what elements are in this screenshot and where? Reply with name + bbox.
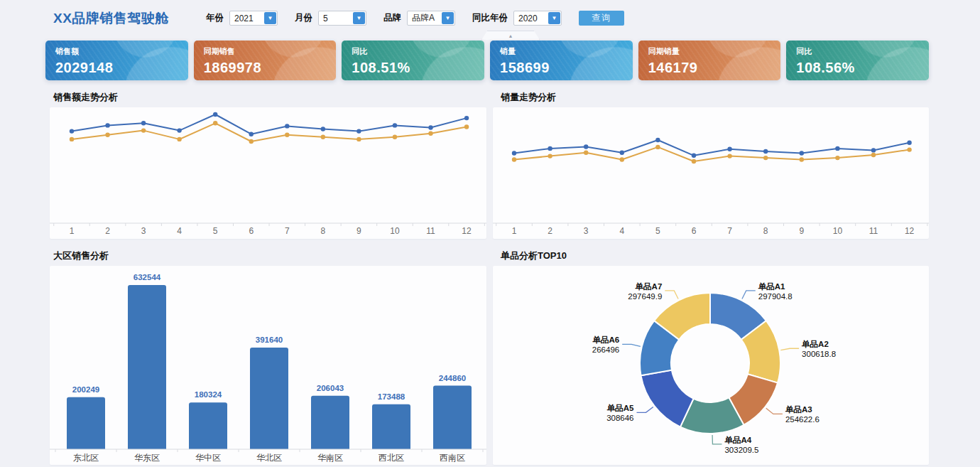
year-select-value: 2021 [234,14,254,23]
kpi-label: 销售额 [55,46,188,57]
filter-brand: 品牌 品牌A ▼ [383,11,455,26]
data-point[interactable] [141,128,146,132]
chevron-down-icon[interactable]: ▼ [442,12,454,24]
bar[interactable] [372,404,410,449]
data-point[interactable] [835,156,839,160]
bar-value-label: 244860 [439,374,466,382]
data-point[interactable] [356,129,361,133]
data-point[interactable] [512,157,516,161]
data-point[interactable] [356,137,361,141]
data-point[interactable] [249,139,254,144]
data-point[interactable] [584,151,588,155]
filter-collapse-handle[interactable]: ▲ [481,31,540,40]
kpi-value: 146179 [648,60,781,76]
query-button[interactable]: 查询 [579,11,624,26]
kpi-value: 108.51% [352,60,484,76]
x-axis-label: 7 [727,226,732,236]
x-axis-label: 9 [356,226,361,236]
data-point[interactable] [285,133,289,137]
month-select[interactable]: 5 ▼ [318,11,366,26]
data-point[interactable] [105,123,109,127]
kpi-card-volume-yoy: 同比 108.56% [786,41,929,80]
data-point[interactable] [512,151,516,155]
data-point[interactable] [428,125,432,129]
kpi-card-prev-volume: 同期销量 146179 [638,41,781,80]
x-axis-label: 11 [426,226,435,236]
bar[interactable] [311,396,349,449]
x-axis-label: 4 [619,226,624,236]
data-point[interactable] [727,154,731,158]
data-point[interactable] [321,135,325,139]
bar-chart-svg: 200249东北区632544华东区180324华中区391640华北区2060… [50,266,486,465]
bar-value-label: 206043 [317,384,344,392]
chevron-down-icon[interactable]: ▼ [548,12,560,24]
data-point[interactable] [177,137,181,141]
bar-value-label: 632544 [134,273,161,281]
year-select[interactable]: 2021 ▼ [229,11,278,26]
data-point[interactable] [548,146,552,151]
data-point[interactable] [548,154,552,158]
data-point[interactable] [249,132,254,136]
kpi-card-sales-amount: 销售额 2029148 [45,41,188,80]
product-top-donut-chart[interactable]: 单品A1297904.8单品A2300618.8单品A3254622.6单品A4… [493,266,929,465]
donut-label: 单品A1297904.8 [758,282,793,301]
data-point[interactable] [393,123,397,127]
bar-category-label: 华中区 [195,453,221,463]
chevron-down-icon[interactable]: ▼ [264,12,276,24]
data-point[interactable] [213,121,217,125]
data-point[interactable] [763,156,768,160]
bar-value-label: 180324 [195,390,222,399]
data-point[interactable] [213,112,217,117]
month-select-value: 5 [323,14,328,23]
data-point[interactable] [800,151,804,155]
data-point[interactable] [655,145,660,149]
data-point[interactable] [871,153,876,157]
x-axis-label: 4 [177,226,182,236]
data-point[interactable] [763,149,768,154]
bar[interactable] [433,386,472,449]
donut-label: 单品A7297649.9 [628,282,662,301]
data-point[interactable] [70,137,74,141]
data-point[interactable] [727,147,731,151]
data-point[interactable] [177,128,181,132]
bar[interactable] [128,285,166,449]
data-point[interactable] [321,127,325,131]
data-point[interactable] [105,133,109,137]
bar-value-label: 200249 [72,385,99,394]
data-point[interactable] [871,148,876,152]
x-axis-label: 9 [799,226,804,236]
x-axis-label: 10 [390,226,400,236]
data-point[interactable] [655,138,660,142]
data-point[interactable] [393,135,397,139]
sales-trend-line-chart[interactable]: 123456789101112 [50,107,486,239]
data-point[interactable] [464,116,469,120]
bar[interactable] [67,397,105,449]
data-point[interactable] [620,157,624,161]
data-point[interactable] [620,151,624,155]
brand-select[interactable]: 品牌A ▼ [407,11,455,26]
volume-trend-line-chart[interactable]: 123456789101112 [493,107,929,239]
data-point[interactable] [907,147,911,151]
data-point[interactable] [428,131,432,136]
data-point[interactable] [141,121,146,125]
data-point[interactable] [692,154,696,158]
donut-chart-svg: 单品A1297904.8单品A2300618.8单品A3254622.6单品A4… [493,266,929,465]
caret-up-icon: ▲ [508,33,513,38]
data-point[interactable] [692,159,696,163]
data-point[interactable] [285,124,289,128]
data-point[interactable] [584,144,588,149]
chevron-down-icon[interactable]: ▼ [353,12,365,24]
x-axis-label: 3 [584,226,589,236]
region-sales-bar-chart[interactable]: 200249东北区632544华东区180324华中区391640华北区2060… [50,266,486,465]
data-point[interactable] [70,129,74,133]
data-point[interactable] [800,157,804,161]
bar[interactable] [189,402,227,449]
filter-compare-year: 同比年份 2020 ▼ [472,11,562,26]
compare-year-select[interactable]: 2020 ▼ [513,11,562,26]
filter-bar: 年份 2021 ▼ 月份 5 ▼ 品牌 品牌A ▼ 同比年份 2020 ▼ [206,11,624,26]
data-point[interactable] [835,146,839,151]
bar[interactable] [250,348,288,449]
sales-trend-title: 销售额走势分析 [53,92,486,102]
data-point[interactable] [907,141,911,145]
data-point[interactable] [464,124,469,129]
